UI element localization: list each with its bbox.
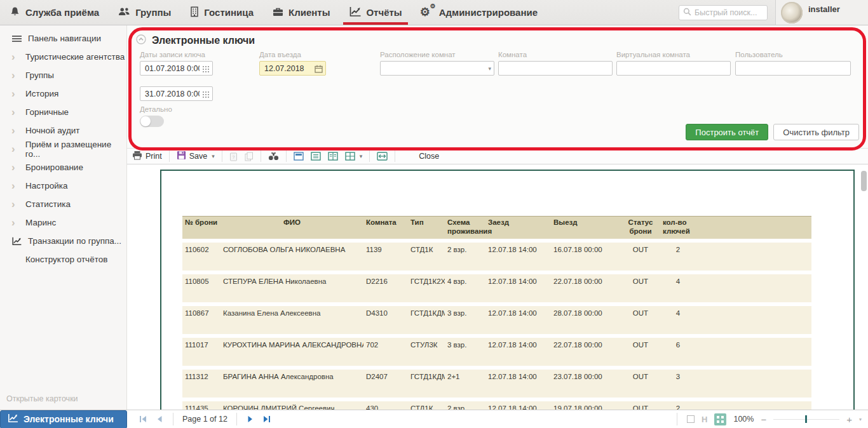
clear-filter-button[interactable]: Очистить фильтр	[773, 124, 859, 140]
sidebar-item-booking[interactable]: ›Бронирование	[0, 158, 126, 177]
user-panel[interactable]: installer	[775, 0, 868, 25]
cell-keys: 2	[660, 401, 696, 410]
sidebar-item-marins[interactable]: ›Маринс	[0, 213, 126, 232]
sidebar-item-housekeeping[interactable]: ›Горничные	[0, 103, 126, 121]
sidebar-item-settings[interactable]: ›Настройка	[0, 177, 126, 195]
sidebar-item-group-transactions[interactable]: Транзакции по группа...	[0, 232, 126, 250]
col-arrival: Заезд	[485, 216, 551, 239]
cell-room: 430	[363, 401, 408, 410]
virtual-room-input[interactable]	[617, 62, 730, 75]
tab-clients[interactable]: Клиенты	[263, 0, 339, 25]
cell-scheme: 3 взр.	[445, 306, 485, 334]
hamburger-icon	[11, 35, 22, 43]
zoom-in-button[interactable]: +	[846, 414, 852, 425]
arrival-date-field[interactable]	[259, 61, 326, 76]
chart-icon	[11, 237, 22, 246]
first-page-button[interactable]	[137, 414, 149, 424]
cell-filler	[696, 401, 811, 410]
single-page-view-icon[interactable]	[292, 152, 305, 161]
virtual-room-field[interactable]	[616, 61, 731, 76]
key-date-from-field[interactable]	[140, 61, 213, 76]
detail-label: Детально	[140, 105, 172, 113]
continuous-view-icon[interactable]	[309, 152, 322, 161]
table-row: 110602 СОГЛОБОВА ОЛЬГА НИКОЛАЕВНА 1139 С…	[182, 243, 811, 271]
key-date-to-field[interactable]	[140, 86, 213, 101]
room-field[interactable]	[498, 61, 613, 76]
collapse-icon[interactable]	[136, 34, 146, 47]
chevron-right-icon: ›	[11, 217, 19, 228]
zoom-slider[interactable]	[773, 415, 839, 423]
print-button[interactable]: Print	[131, 150, 163, 162]
sidebar-item-night-audit[interactable]: ›Ночной аудит	[0, 121, 126, 140]
chevron-down-icon[interactable]: ▾	[360, 153, 363, 159]
sidebar-item-report-builder[interactable]: Конструктор отчётов	[0, 250, 126, 269]
search-icon	[683, 7, 691, 18]
chevron-down-icon[interactable]: ▾	[212, 153, 215, 159]
cell-name: КОРОЧИН ДМИТРИЙ Сергеевич	[220, 401, 363, 410]
detail-toggle[interactable]	[140, 116, 164, 127]
copy-pages-icon[interactable]	[243, 152, 255, 161]
sidebar-item-statistics[interactable]: ›Статистика	[0, 195, 126, 213]
last-page-button[interactable]	[261, 414, 273, 424]
prev-page-button[interactable]	[155, 414, 164, 424]
sidebar-item-groups[interactable]: ›Группы	[0, 66, 126, 84]
cell-name: Казанина Елена Алексеевна	[220, 306, 363, 334]
build-report-button[interactable]: Построить отчёт	[686, 124, 768, 140]
room-location-select[interactable]: ▾	[380, 61, 494, 76]
cell-name: СОГЛОБОВА ОЛЬГА НИКОЛАЕВНА	[220, 243, 363, 271]
save-button[interactable]: Save ▾	[175, 150, 216, 162]
sidebar-item-history[interactable]: ›История	[0, 84, 126, 103]
col-filler	[696, 216, 811, 239]
tab-administration[interactable]: ⚙⚙ Администрирование	[412, 0, 547, 25]
close-button[interactable]: Close	[417, 152, 440, 161]
cell-arrival: 12.07.18 14:00	[485, 274, 551, 302]
report-table: № брони ФИО Комната Тип Схема проживания…	[182, 212, 811, 410]
tab-label: Группы	[135, 7, 171, 18]
tab-hotel[interactable]: Гостиница	[180, 0, 263, 25]
clipboard-icon[interactable]: ?	[228, 152, 239, 161]
next-page-button[interactable]	[246, 414, 255, 424]
tab-groups[interactable]: Группы	[109, 0, 180, 25]
open-card-electronic-keys[interactable]: Электронные ключи	[0, 410, 127, 428]
room-location-input[interactable]	[381, 62, 494, 75]
cell-arrival: 12.07.18 14:00	[485, 243, 551, 271]
table-body: 110602 СОГЛОБОВА ОЛЬГА НИКОЛАЕВНА 1139 С…	[182, 243, 811, 410]
scroll-corner-icon: ▾	[859, 417, 862, 422]
cell-booking: 110805	[182, 274, 220, 302]
find-icon[interactable]	[267, 152, 280, 161]
tab-reception[interactable]: Служба приёма	[0, 0, 109, 25]
cell-keys: 4	[660, 306, 696, 334]
cell-booking: 111312	[182, 370, 220, 398]
floppy-icon	[177, 150, 186, 162]
multi-page-view-icon[interactable]: ▾	[344, 152, 364, 161]
fit-width-icon[interactable]	[376, 152, 389, 161]
fit-width-mode-icon[interactable]: H	[702, 415, 707, 424]
cell-status: OUT	[621, 306, 660, 334]
calendar-icon[interactable]	[315, 64, 323, 76]
user-field[interactable]	[735, 61, 851, 76]
search-input[interactable]	[695, 8, 763, 17]
cell-arrival: 12.07.18 14:00	[485, 370, 551, 398]
two-page-view-icon[interactable]	[327, 152, 339, 161]
multi-page-mode-icon[interactable]	[714, 413, 726, 425]
grid-dots-icon[interactable]	[202, 90, 210, 101]
cell-departure: 16.07.18 00:00	[551, 243, 621, 271]
room-input[interactable]	[499, 62, 612, 75]
users-icon	[118, 7, 130, 18]
grid-dots-icon[interactable]	[202, 64, 210, 76]
tab-reports[interactable]: Отчёты	[339, 0, 411, 25]
chevron-down-icon[interactable]: ▾	[488, 65, 491, 72]
sidebar-item-reception[interactable]: ›Приём и размещение го...	[0, 140, 126, 158]
quick-search[interactable]	[679, 5, 768, 20]
tab-label: Клиенты	[288, 7, 330, 18]
sidebar-item-nav-panel[interactable]: Панель навигации	[0, 29, 126, 48]
single-page-mode-icon[interactable]	[687, 415, 695, 423]
cell-keys: 2	[660, 243, 696, 271]
zoom-slider-handle[interactable]	[805, 415, 807, 423]
scrollbar-thumb[interactable]	[861, 171, 867, 191]
sidebar-item-travel-agencies[interactable]: ›Туристические агентства	[0, 48, 126, 66]
sidebar-item-label: Маринс	[25, 218, 56, 227]
vertical-scrollbar[interactable]: ▴	[860, 164, 867, 410]
zoom-out-button[interactable]: −	[761, 414, 766, 425]
user-input[interactable]	[736, 62, 850, 75]
